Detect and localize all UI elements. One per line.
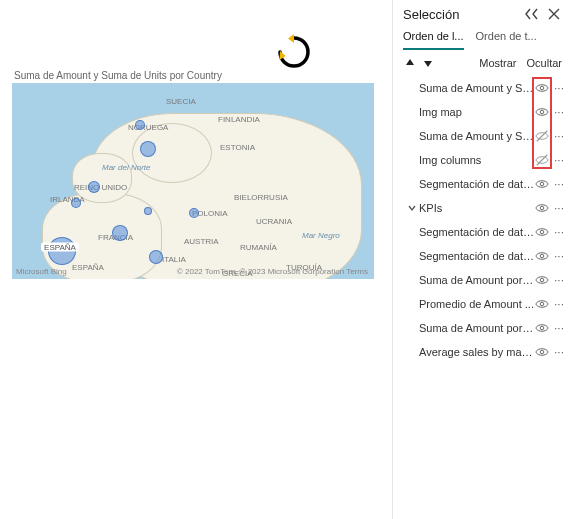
list-item-label: Suma de Amount por ... <box>419 322 534 334</box>
map-country-label: REINO UNIDO <box>74 183 127 192</box>
list-item-label: Segmentación de datos <box>419 226 534 238</box>
map-country-label: ESTONIA <box>220 143 255 152</box>
map-data-bubble[interactable] <box>144 207 152 215</box>
report-canvas[interactable]: Suma de Amount y Suma de Units por Count… <box>0 0 392 519</box>
list-item-label: Promedio de Amount ... <box>419 298 534 310</box>
visible-icon[interactable] <box>534 296 550 312</box>
list-item-label: Segmentación de datos <box>419 178 534 190</box>
map-country-label: ITALIA <box>162 255 186 264</box>
map-visual[interactable]: Suma de Amount y Suma de Units por Count… <box>12 70 374 279</box>
map-country-label: UCRANIA <box>256 217 292 226</box>
visible-icon[interactable] <box>534 176 550 192</box>
hide-all-button[interactable]: Ocultar <box>527 57 562 69</box>
svg-point-15 <box>540 350 544 354</box>
more-icon[interactable]: ··· <box>552 130 566 142</box>
list-item-label: Average sales by mari... <box>419 346 534 358</box>
map-data-bubble[interactable] <box>149 250 163 264</box>
more-icon[interactable]: ··· <box>552 226 566 238</box>
collapse-icon[interactable] <box>524 6 540 22</box>
list-item[interactable]: Suma de Amount y Su...··· <box>393 76 572 100</box>
more-icon[interactable]: ··· <box>552 298 566 310</box>
map-sea-label: Mar del Norte <box>102 163 150 172</box>
visible-icon[interactable] <box>534 224 550 240</box>
map-data-bubble[interactable] <box>112 225 128 241</box>
svg-marker-2 <box>406 59 414 65</box>
chevron-down-icon[interactable] <box>407 204 417 212</box>
svg-marker-0 <box>288 34 294 43</box>
map-data-bubble[interactable] <box>189 208 199 218</box>
show-all-button[interactable]: Mostrar <box>479 57 516 69</box>
svg-point-12 <box>540 278 544 282</box>
selection-panel: Selección Orden de l... Orden de t... Mo… <box>392 0 572 519</box>
map-data-bubble[interactable] <box>140 141 156 157</box>
more-icon[interactable]: ··· <box>552 322 566 334</box>
list-item-label: Img columns <box>419 154 534 166</box>
svg-point-9 <box>540 206 544 210</box>
svg-point-4 <box>540 86 544 90</box>
more-icon[interactable]: ··· <box>552 82 566 94</box>
visual-title: Suma de Amount y Suma de Units por Count… <box>14 70 374 81</box>
list-item[interactable]: Img columns··· <box>393 148 572 172</box>
visible-icon[interactable] <box>534 104 550 120</box>
list-item-label: Suma de Amount y Su... <box>419 130 534 142</box>
more-icon[interactable]: ··· <box>552 346 566 358</box>
visible-icon[interactable] <box>534 248 550 264</box>
map-attribution: © 2022 TomTom, © 2023 Microsoft Corporat… <box>177 267 368 276</box>
map-country-label: SUECIA <box>166 97 196 106</box>
list-item[interactable]: Img map··· <box>393 100 572 124</box>
map-country-label: RUMANÍA <box>240 243 277 252</box>
hidden-icon[interactable] <box>534 128 550 144</box>
tab-tab-order[interactable]: Orden de t... <box>476 30 537 50</box>
map-data-bubble[interactable] <box>71 198 81 208</box>
map-pin-spain: ESPAÑA <box>41 243 79 252</box>
more-icon[interactable]: ··· <box>552 154 566 166</box>
list-item-label: Img map <box>419 106 534 118</box>
panel-tabs: Orden de l... Orden de t... <box>393 24 572 50</box>
more-icon[interactable]: ··· <box>552 274 566 286</box>
visible-icon[interactable] <box>534 80 550 96</box>
map-area[interactable]: SUECIAFINLANDIANORUEGAESTONIAREINO UNIDO… <box>12 83 374 279</box>
list-item-label: KPIs <box>419 202 534 214</box>
svg-point-11 <box>540 254 544 258</box>
list-item-label: Segmentación de datos <box>419 250 534 262</box>
list-item[interactable]: Promedio de Amount ...··· <box>393 292 572 316</box>
list-item[interactable]: Segmentación de datos··· <box>393 172 572 196</box>
list-item[interactable]: KPIs··· <box>393 196 572 220</box>
list-item-label: Suma de Amount por ... <box>419 274 534 286</box>
selection-list: Suma de Amount y Su...···Img map···Suma … <box>393 76 572 519</box>
refresh-icon <box>276 34 312 70</box>
visible-icon[interactable] <box>534 272 550 288</box>
more-icon[interactable]: ··· <box>552 250 566 262</box>
map-data-bubble[interactable] <box>88 181 100 193</box>
more-icon[interactable]: ··· <box>552 106 566 118</box>
hidden-icon[interactable] <box>534 152 550 168</box>
tab-layer-order[interactable]: Orden de l... <box>403 30 464 50</box>
svg-marker-3 <box>424 61 432 67</box>
move-up-icon[interactable] <box>403 56 417 70</box>
close-icon[interactable] <box>546 6 562 22</box>
list-item[interactable]: Suma de Amount por ...··· <box>393 316 572 340</box>
list-item[interactable]: Segmentación de datos··· <box>393 220 572 244</box>
map-data-bubble[interactable] <box>135 120 145 130</box>
list-item[interactable]: Average sales by mari...··· <box>393 340 572 364</box>
list-item[interactable]: Suma de Amount y Su...··· <box>393 124 572 148</box>
map-country-label: ESPAÑA <box>72 263 104 272</box>
visible-icon[interactable] <box>534 344 550 360</box>
svg-point-14 <box>540 326 544 330</box>
visible-icon[interactable] <box>534 200 550 216</box>
more-icon[interactable]: ··· <box>552 202 566 214</box>
list-item[interactable]: Segmentación de datos··· <box>393 244 572 268</box>
svg-point-8 <box>540 182 544 186</box>
list-item[interactable]: Suma de Amount por ...··· <box>393 268 572 292</box>
svg-point-13 <box>540 302 544 306</box>
visible-icon[interactable] <box>534 320 550 336</box>
map-sea-label: Mar Negro <box>302 231 340 240</box>
map-country-label: AUSTRIA <box>184 237 219 246</box>
map-country-label: BIELORRUSIA <box>234 193 288 202</box>
more-icon[interactable]: ··· <box>552 178 566 190</box>
svg-point-10 <box>540 230 544 234</box>
move-down-icon[interactable] <box>421 56 435 70</box>
panel-title: Selección <box>403 7 524 22</box>
svg-point-5 <box>540 110 544 114</box>
map-country-label: FINLANDIA <box>218 115 260 124</box>
